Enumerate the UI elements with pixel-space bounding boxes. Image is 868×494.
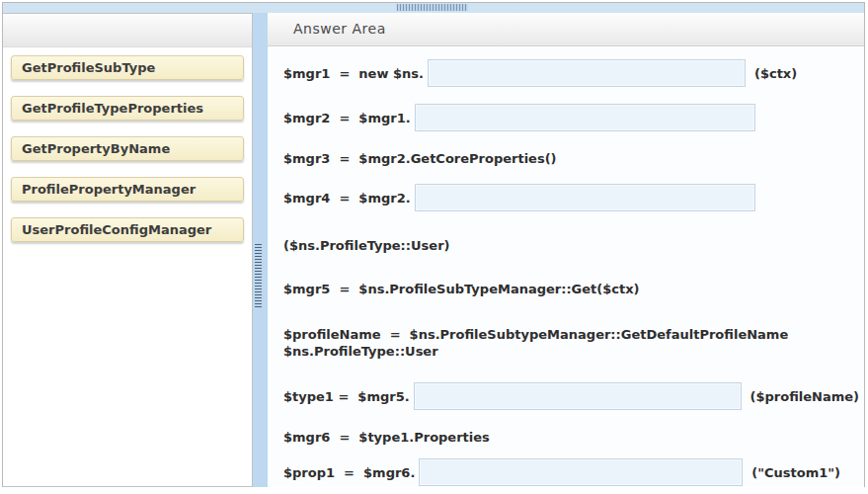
code-prefix: $prop1 = $mgr6. xyxy=(283,464,415,481)
palette-item-getprofilesubtype[interactable]: GetProfileSubType xyxy=(11,55,244,80)
code-statement: ($ns.ProfileType::User) xyxy=(283,237,449,254)
code-suffix: ("Custom1") xyxy=(751,464,840,481)
answer-blank-mgr1[interactable] xyxy=(428,59,746,87)
code-suffix: ($profileName) xyxy=(750,388,860,405)
answer-blank-type1[interactable] xyxy=(414,382,742,410)
vertical-drag-handle-icon[interactable] xyxy=(255,242,262,307)
code-prefix: $mgr4 = $mgr2. xyxy=(283,190,411,206)
code-line-mgr5: $mgr5 = $ns.ProfileSubTypeManager::Get($… xyxy=(283,281,859,297)
code-statement: $mgr5 = $ns.ProfileSubTypeManager::Get($… xyxy=(283,281,640,297)
answer-area-title: Answer Area xyxy=(268,13,864,46)
code-line-profilename: $profileName = $ns.ProfileSubtypeManager… xyxy=(283,326,859,360)
code-statement: $mgr3 = $mgr2.GetCoreProperties() xyxy=(283,150,557,167)
panel-splitter[interactable] xyxy=(253,13,268,487)
answer-blank-mgr2[interactable] xyxy=(415,104,755,131)
palette-item-userprofileconfigmanager[interactable]: UserProfileConfigManager xyxy=(11,217,244,242)
code-line-type1: $type1 = $mgr5. ($profileName) xyxy=(283,382,859,410)
code-area: $mgr1 = new $ns. ($ctx) $mgr2 = $mgr1. $… xyxy=(268,46,864,486)
palette-item-getprofiletypeproperties[interactable]: GetProfileTypeProperties xyxy=(11,96,244,121)
code-suffix: ($ctx) xyxy=(754,65,797,82)
palette-header xyxy=(3,14,252,47)
code-prefix: $type1 = $mgr5. xyxy=(283,388,410,405)
horizontal-drag-handle-icon[interactable] xyxy=(397,4,468,11)
code-prefix: $mgr1 = new $ns. xyxy=(283,65,424,82)
answer-blank-mgr4[interactable] xyxy=(415,184,755,211)
code-line-mgr6: $mgr6 = $type1.Properties xyxy=(283,429,859,446)
code-line-mgr3: $mgr3 = $mgr2.GetCoreProperties() xyxy=(283,150,859,167)
palette-item-getpropertybyname[interactable]: GetPropertyByName xyxy=(11,136,244,161)
source-palette-panel: GetProfileSubType GetProfileTypeProperti… xyxy=(3,13,253,487)
question-frame: GetProfileSubType GetProfileTypeProperti… xyxy=(2,2,865,487)
code-line-mgr4: $mgr4 = $mgr2. xyxy=(283,184,859,211)
code-line-mgr2: $mgr2 = $mgr1. xyxy=(283,104,859,131)
code-statement: $mgr6 = $type1.Properties xyxy=(283,429,490,446)
code-line-profiletype-arg: ($ns.ProfileType::User) xyxy=(283,237,859,254)
code-line-prop1: $prop1 = $mgr6. ("Custom1") xyxy=(283,458,859,486)
code-statement: $profileName = $ns.ProfileSubtypeManager… xyxy=(283,326,788,360)
palette-item-profilepropertymanager[interactable]: ProfilePropertyManager xyxy=(11,177,244,202)
palette-list: GetProfileSubType GetProfileTypeProperti… xyxy=(3,47,252,242)
code-prefix: $mgr2 = $mgr1. xyxy=(283,110,411,126)
code-line-mgr1: $mgr1 = new $ns. ($ctx) xyxy=(283,59,859,87)
answer-area-panel: Answer Area $mgr1 = new $ns. ($ctx) $mgr… xyxy=(268,13,864,487)
top-splitter-bar xyxy=(3,3,864,13)
answer-blank-prop1[interactable] xyxy=(419,458,743,486)
